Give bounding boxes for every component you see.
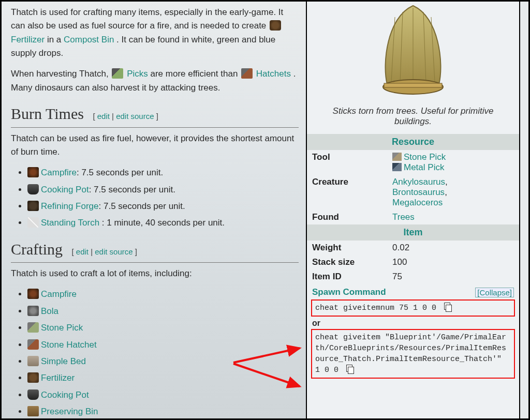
infobox-caption: Sticks torn from trees. Useful for primi… [307, 106, 519, 134]
link-fertilizer[interactable]: Fertilizer [11, 35, 45, 44]
link-megaloceros[interactable]: Megaloceros [392, 198, 443, 207]
crafting-list-item: Stone Pick [27, 321, 299, 335]
item-icon [27, 339, 39, 350]
burn-list-item: Standing Torch : 1 minute, 40 seconds pe… [27, 216, 299, 230]
link-preserving bin[interactable]: Preserving Bin [41, 407, 98, 416]
edit-link[interactable]: edit [76, 247, 89, 256]
crafting-intro: Thatch is used to craft a lot of items, … [11, 267, 299, 280]
link-stone pick[interactable]: Stone Pick [41, 323, 83, 333]
infobox-row-creature: Creature Ankylosaurus, Brontosaurus, Meg… [307, 175, 519, 210]
item-icon [27, 167, 39, 177]
link-bola[interactable]: Bola [41, 306, 58, 316]
spawn-command-section: Spawn Command [Collapse] cheat giveitemn… [307, 284, 519, 380]
text: : 7.5 seconds per unit. [89, 185, 175, 194]
infobox-label: Tool [312, 152, 392, 173]
text: : 1 minute, 40 seconds per unit. [99, 218, 225, 228]
text: Thatch is used for crafting many items, … [11, 7, 283, 31]
infobox-row-tool: Tool Stone Pick Metal Pick [307, 150, 519, 175]
link-trees[interactable]: Trees [392, 212, 415, 222]
item-icon [27, 289, 39, 299]
infobox-value: Ankylosaurus, Brontosaurus, Megaloceros [392, 177, 514, 208]
metal-pick-icon [392, 163, 402, 171]
heading-burn-times: Burn Times [ edit | edit source ] [11, 102, 299, 128]
spawn-command-1: cheat giveitemnum 75 1 0 0 [311, 299, 515, 317]
link-stone hatchet[interactable]: Stone Hatchet [41, 340, 97, 350]
text: When harvesting Thatch, [11, 69, 111, 79]
edit-source-link[interactable]: edit source [116, 112, 154, 121]
or-text: or [311, 318, 515, 329]
link-compost-bin[interactable]: Compost Bin [64, 35, 114, 44]
infobox-label: Stack size [312, 257, 392, 267]
item-icon [27, 372, 39, 383]
infobox-row-weight: Weight 0.02 [307, 241, 519, 255]
crafting-list: CampfireBolaStone PickStone HatchetSimpl… [11, 288, 299, 418]
burn-list-item: Campfire: 7.5 seconds per unit. [27, 166, 299, 179]
copy-icon[interactable] [444, 303, 451, 311]
crafting-list-item: Simple Bed [27, 355, 299, 368]
link-cooking pot[interactable]: Cooking Pot [41, 390, 89, 400]
heading-crafting: Crafting [ edit | edit source ] [11, 237, 299, 263]
svg-rect-8 [384, 83, 442, 87]
fertilizer-icon [270, 20, 281, 31]
heading-text: Crafting [11, 241, 63, 258]
item-icon [27, 201, 39, 211]
link-stone-pick[interactable]: Stone Pick [404, 152, 446, 162]
item-icon [27, 322, 39, 333]
link-ankylosaurus[interactable]: Ankylosaurus [392, 177, 445, 187]
burn-list: Campfire: 7.5 seconds per unit.Cooking P… [11, 166, 299, 230]
crafting-list-item: Bola [27, 305, 299, 318]
command-text: cheat giveitem "Blueprint'/Game/PrimalEa… [315, 333, 506, 374]
copy-icon[interactable] [346, 365, 354, 373]
burn-list-item: Cooking Pot: 7.5 seconds per unit. [27, 183, 299, 197]
stone-pick-icon [392, 153, 402, 161]
spawn-command-label: Spawn Command [312, 287, 386, 297]
infobox-row-stack: Stack size 100 [307, 255, 519, 269]
infobox-label: Item ID [312, 272, 392, 282]
edit-links: [ edit | edit source ] [93, 112, 158, 121]
infobox-label: Creature [312, 177, 392, 208]
right-gutter [520, 2, 528, 418]
command-text: cheat giveitemnum 75 1 0 0 [315, 304, 436, 312]
link-picks[interactable]: Picks [127, 69, 148, 79]
link-fertilizer[interactable]: Fertilizer [41, 373, 75, 383]
burn-intro: Thatch can be used as fire fuel, however… [11, 132, 299, 159]
infobox-value: Stone Pick Metal Pick [392, 152, 514, 173]
heading-text: Burn Times [11, 105, 84, 122]
pick-icon [112, 68, 123, 79]
link-simple bed[interactable]: Simple Bed [41, 356, 86, 366]
link-metal-pick[interactable]: Metal Pick [404, 162, 444, 172]
link-brontosaurus[interactable]: Brontosaurus [392, 187, 445, 197]
burn-list-item: Refining Forge: 7.5 seconds per unit. [27, 200, 299, 213]
link-standing torch[interactable]: Standing Torch [41, 218, 99, 228]
infobox-row-found: Found Trees [307, 210, 519, 224]
item-icon [27, 184, 39, 194]
link-campfire[interactable]: Campfire [41, 168, 77, 177]
infobox-label: Found [312, 212, 392, 222]
crafting-list-item: Stone Hatchet [27, 338, 299, 352]
text: : 7.5 seconds per unit. [99, 201, 185, 211]
intro-paragraph-2: When harvesting Thatch, Picks are more e… [11, 67, 299, 95]
text: are more efficient than [151, 69, 241, 79]
infobox-item-header: Item [307, 224, 519, 241]
infobox: Sticks torn from trees. Useful for primi… [306, 2, 520, 418]
text: in a [47, 35, 64, 44]
article-body: Thatch is used for crafting many items, … [2, 2, 306, 418]
infobox-resource-header: Resource [307, 134, 519, 150]
link-cooking pot[interactable]: Cooking Pot [41, 185, 89, 194]
link-hatchets[interactable]: Hatchets [256, 69, 291, 79]
intro-paragraph-1: Thatch is used for crafting many items, … [11, 6, 299, 60]
item-icon [27, 217, 39, 228]
crafting-list-item: Fertilizer [27, 371, 299, 385]
hatchet-icon [241, 68, 253, 79]
infobox-row-itemid: Item ID 75 [307, 269, 519, 284]
link-campfire[interactable]: Campfire [41, 289, 77, 299]
link-refining forge[interactable]: Refining Forge [41, 201, 99, 211]
edit-link[interactable]: edit [97, 112, 110, 121]
collapse-button[interactable]: [Collapse] [475, 288, 514, 297]
edit-links: [ edit | edit source ] [71, 247, 137, 256]
edit-source-link[interactable]: edit source [95, 247, 132, 256]
thatch-image [366, 2, 460, 100]
spawn-command-2: cheat giveitem "Blueprint'/Game/PrimalEa… [311, 329, 515, 379]
text: : 7.5 seconds per unit. [77, 168, 163, 177]
infobox-value: 0.02 [392, 243, 514, 253]
